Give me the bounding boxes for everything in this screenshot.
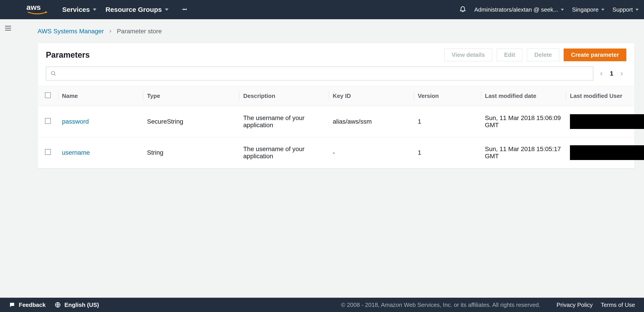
cell-type: SecureString — [143, 106, 239, 137]
parameter-name-link[interactable]: username — [62, 149, 90, 156]
table-header-row: Name Type Description Key ID Version Las… — [38, 86, 634, 106]
col-description[interactable]: Description — [239, 86, 329, 106]
cell-version: 1 — [414, 106, 481, 137]
col-key-id[interactable]: Key ID — [329, 86, 414, 106]
caret-down-icon — [93, 8, 96, 11]
col-version[interactable]: Version — [414, 86, 481, 106]
panel-header: Parameters View details Edit Delete Crea… — [38, 43, 634, 67]
cell-key-id: alias/aws/ssm — [329, 106, 414, 137]
cell-last-modified-date: Sun, 11 Mar 2018 15:06:09 GMT — [481, 106, 566, 137]
row-checkbox[interactable] — [45, 149, 51, 155]
content: AWS Systems Manager Parameter store Para… — [19, 19, 644, 298]
breadcrumb: AWS Systems Manager Parameter store — [38, 28, 634, 35]
nav-region[interactable]: Singapore — [572, 6, 604, 13]
search-icon — [50, 71, 56, 76]
cell-last-modified-date: Sun, 11 Mar 2018 15:05:17 GMT — [481, 137, 566, 168]
panel-title: Parameters — [46, 50, 444, 60]
nav-support-label: Support — [612, 6, 633, 13]
speech-bubble-icon — [9, 302, 15, 308]
search-input[interactable] — [46, 67, 593, 80]
nav-resource-groups-label: Resource Groups — [106, 6, 162, 13]
pagination: 1 — [597, 69, 626, 78]
pin-icon[interactable] — [179, 5, 189, 15]
breadcrumb-root[interactable]: AWS Systems Manager — [38, 28, 104, 35]
nav-account-label: Administrators/alextan @ seek... — [474, 6, 558, 13]
col-name[interactable]: Name — [58, 86, 143, 106]
caret-down-icon — [601, 9, 604, 11]
nav-account[interactable]: Administrators/alextan @ seek... — [474, 6, 564, 13]
cell-description: The username of your application — [239, 106, 329, 137]
feedback-label: Feedback — [19, 302, 46, 309]
table-row: password SecureString The username of yo… — [38, 106, 634, 137]
aws-logo[interactable]: aws — [26, 3, 53, 16]
svg-point-4 — [51, 71, 54, 75]
col-last-modified-user[interactable]: Last modified User — [566, 86, 634, 106]
nav-services[interactable]: Services — [62, 6, 96, 13]
table-row: username String The username of your app… — [38, 137, 634, 168]
row-checkbox[interactable] — [45, 118, 51, 124]
caret-down-icon — [561, 9, 564, 11]
cell-last-modified-user-redacted — [570, 145, 644, 160]
language-label: English (US) — [64, 302, 99, 309]
cell-key-id: - — [329, 137, 414, 168]
chevron-right-icon — [108, 28, 112, 35]
footer: Feedback English (US) © 2008 - 2018, Ama… — [0, 298, 644, 312]
col-last-modified-date[interactable]: Last modified date — [481, 86, 566, 106]
caret-down-icon — [165, 8, 168, 11]
prev-page-button[interactable] — [599, 69, 604, 78]
nav-services-label: Services — [62, 6, 90, 13]
terms-of-use-link[interactable]: Terms of Use — [601, 302, 635, 309]
edit-button[interactable]: Edit — [497, 48, 522, 61]
select-all-checkbox[interactable] — [45, 92, 51, 98]
cell-version: 1 — [414, 137, 481, 168]
cell-last-modified-user-redacted — [570, 114, 644, 129]
language-selector[interactable]: English (US) — [54, 302, 99, 309]
privacy-policy-link[interactable]: Privacy Policy — [556, 302, 593, 309]
svg-line-5 — [54, 74, 55, 75]
menu-toggle-icon[interactable] — [4, 24, 12, 34]
nav-support[interactable]: Support — [612, 6, 639, 13]
globe-icon — [54, 302, 61, 308]
delete-button[interactable]: Delete — [527, 48, 559, 61]
notifications-icon[interactable] — [459, 5, 466, 14]
parameter-name-link[interactable]: password — [62, 118, 89, 125]
feedback-link[interactable]: Feedback — [9, 302, 46, 309]
copyright-text: © 2008 - 2018, Amazon Web Services, Inc.… — [341, 302, 540, 309]
create-parameter-button[interactable]: Create parameter — [564, 48, 626, 61]
next-page-button[interactable] — [619, 69, 624, 78]
nav-resource-groups[interactable]: Resource Groups — [106, 6, 168, 13]
nav-region-label: Singapore — [572, 6, 598, 13]
search-row: 1 — [38, 67, 634, 86]
cell-type: String — [143, 137, 239, 168]
caret-down-icon — [636, 9, 639, 11]
breadcrumb-current: Parameter store — [117, 28, 162, 35]
view-details-button[interactable]: View details — [444, 48, 492, 61]
col-type[interactable]: Type — [143, 86, 239, 106]
top-nav: aws Services Resource Groups Administrat… — [0, 0, 644, 19]
cell-description: The username of your application — [239, 137, 329, 168]
page-number: 1 — [610, 70, 613, 77]
parameters-table: Name Type Description Key ID Version Las… — [38, 86, 634, 168]
parameters-panel: Parameters View details Edit Delete Crea… — [38, 43, 634, 168]
svg-text:aws: aws — [26, 3, 41, 11]
